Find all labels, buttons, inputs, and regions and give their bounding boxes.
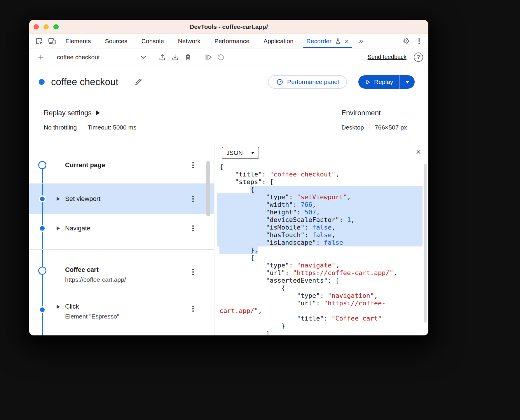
devtools-window: DevTools - coffee-cart.app/ ElementsSour…	[29, 20, 428, 335]
record-dot-icon	[39, 79, 45, 85]
code-line: "isLandscape": false	[217, 239, 423, 246]
step-row-click[interactable]: ClickElement "Espresso"	[29, 299, 214, 324]
steps-panel: Current pageSet viewportNavigateCoffee c…	[29, 143, 214, 335]
close-window-button[interactable]	[34, 24, 39, 29]
expand-triangle-icon[interactable]	[57, 226, 60, 230]
step-row-current-page[interactable]: Current page	[29, 157, 214, 173]
step-menu-button[interactable]	[191, 304, 195, 314]
tab-application[interactable]: Application	[256, 34, 301, 48]
replay-settings-toggle[interactable]: Replay settings	[44, 107, 137, 118]
code-line: "title": "coffee checkout",	[217, 171, 423, 178]
recorder-tab-close-button[interactable]: ×	[344, 37, 349, 45]
performance-panel-button[interactable]: Performance panel	[268, 75, 347, 89]
recording-select[interactable]: coffee checkout	[55, 54, 149, 61]
more-tabs-icon: »	[359, 36, 363, 46]
step-over-replay-button[interactable]	[202, 53, 214, 62]
environment-device: Desktop	[341, 124, 364, 131]
code-line: {	[217, 186, 423, 193]
replay-settings-label: Replay settings	[44, 109, 92, 117]
format-select-label: JSON	[226, 149, 243, 156]
tab-console[interactable]: Console	[135, 34, 171, 48]
code-line: "title": "Coffee cart"	[217, 315, 423, 322]
recording-select-label: coffee checkout	[57, 54, 100, 61]
step-label: Coffee cart	[65, 266, 126, 274]
experiment-beaker-icon	[335, 38, 341, 44]
titlebar: DevTools - coffee-cart.app/	[29, 20, 428, 34]
help-icon: ?	[417, 54, 420, 60]
tab-sources[interactable]: Sources	[98, 34, 135, 48]
settings-button[interactable]: ⚙	[400, 34, 413, 48]
code-line: }	[217, 322, 423, 330]
export-recording-button[interactable]	[156, 53, 169, 61]
tab-elements[interactable]: Elements	[58, 34, 98, 48]
disclosure-triangle-icon	[96, 111, 100, 115]
json-close-button[interactable]: ×	[413, 146, 424, 158]
step-node-icon	[40, 307, 45, 312]
expand-triangle-icon[interactable]	[57, 197, 60, 201]
add-recording-button[interactable]	[34, 53, 47, 61]
step-menu-button[interactable]	[191, 223, 195, 234]
step-menu-button[interactable]	[191, 160, 195, 170]
steps-scrollbar[interactable]	[206, 161, 210, 216]
more-tabs-button[interactable]: »	[355, 34, 367, 48]
import-recording-button[interactable]	[169, 53, 182, 61]
help-button[interactable]: ?	[414, 52, 423, 62]
tab-network[interactable]: Network	[171, 34, 207, 48]
devtools-tabs: ElementsSourcesConsoleNetworkPerformance…	[29, 34, 428, 48]
expand-triangle-icon[interactable]	[57, 305, 60, 309]
json-scrollbar[interactable]	[424, 164, 427, 323]
divider	[198, 52, 198, 62]
code-line: "type": "navigation",	[217, 292, 423, 300]
main-menu-button[interactable]	[413, 34, 425, 48]
divider	[51, 52, 51, 62]
replay-button[interactable]: Replay	[358, 75, 399, 89]
pencil-icon	[134, 78, 142, 86]
chevron-down-icon	[141, 55, 146, 59]
device-toolbar-button[interactable]	[46, 34, 58, 48]
code-line: "url": "https://coffee-	[217, 300, 423, 307]
import-icon	[171, 53, 179, 61]
format-select[interactable]: JSON	[222, 147, 259, 159]
replay-icon	[217, 53, 225, 62]
json-code[interactable]: { "title": "coffee checkout", "steps": […	[217, 163, 423, 335]
replay-button-label: Replay	[374, 78, 393, 85]
code-line: {	[217, 254, 423, 262]
code-line: ]	[217, 330, 423, 335]
kebab-icon	[418, 37, 420, 45]
dropdown-arrow-icon	[405, 81, 409, 83]
divider	[29, 249, 214, 250]
edit-title-button[interactable]	[132, 76, 145, 88]
inspect-icon	[35, 37, 43, 46]
replay-dropdown-button[interactable]	[399, 75, 415, 89]
inspect-button[interactable]	[33, 34, 46, 48]
tabbar-spacer	[367, 34, 400, 48]
divider	[410, 52, 410, 62]
step-menu-button[interactable]	[191, 194, 195, 204]
recorder-tab[interactable]: Recorder ×	[301, 34, 355, 48]
code-line: "height": 507,	[217, 209, 423, 216]
replay-toolbar-button[interactable]	[214, 53, 227, 62]
zoom-window-button[interactable]	[53, 24, 59, 29]
step-row-set-viewport[interactable]: Set viewport	[29, 184, 214, 214]
divider	[29, 183, 214, 184]
step-node-icon	[40, 226, 45, 231]
step-sub: Element "Espresso"	[65, 313, 119, 320]
code-line: {	[217, 163, 423, 171]
step-row-coffee-cart[interactable]: Coffee carthttps://coffee-cart.app/	[29, 262, 214, 287]
code-line: "url": "https://coffee-cart.app/",	[217, 269, 423, 277]
code-line: "deviceScaleFactor": 1,	[217, 216, 423, 224]
code-line: "hasTouch": false,	[217, 231, 423, 239]
tab-performance[interactable]: Performance	[207, 34, 256, 48]
page-node-icon	[38, 161, 46, 169]
play-icon	[365, 79, 371, 85]
throttling-value: No throttling	[44, 124, 77, 131]
delete-recording-button[interactable]	[182, 53, 194, 61]
code-line: "assertedEvents": [	[217, 277, 423, 284]
send-feedback-link[interactable]: Send feedback	[368, 54, 406, 60]
step-menu-button[interactable]	[191, 267, 195, 277]
resume-icon	[204, 53, 212, 62]
step-row-navigate[interactable]: Navigate	[29, 218, 214, 239]
timeout-value: Timeout: 5000 ms	[88, 124, 136, 131]
minimize-window-button[interactable]	[43, 24, 49, 29]
code-line: "type": "navigate",	[217, 262, 423, 269]
